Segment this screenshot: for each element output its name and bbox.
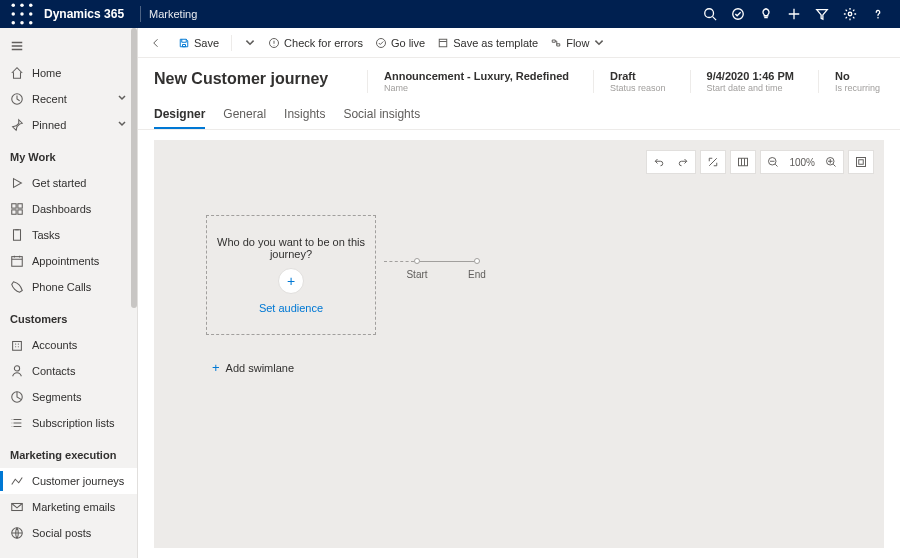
check-errors-label: Check for errors xyxy=(284,37,363,49)
journey-icon xyxy=(10,474,24,488)
help-icon[interactable] xyxy=(864,0,892,28)
flow-connector-dashed xyxy=(384,261,414,262)
lightbulb-icon[interactable] xyxy=(752,0,780,28)
save-menu-button[interactable] xyxy=(244,37,256,49)
flow-end-node[interactable]: End xyxy=(474,258,480,264)
expand-button[interactable] xyxy=(701,150,725,174)
sidebar-item-contacts[interactable]: Contacts xyxy=(0,358,137,384)
add-swimlane-button[interactable]: + Add swimlane xyxy=(212,360,294,375)
header-field-value: 9/4/2020 1:46 PM xyxy=(707,70,794,82)
plus-icon: + xyxy=(212,360,220,375)
save-button[interactable]: Save xyxy=(178,37,219,49)
sidebar-item-label: Phone Calls xyxy=(32,281,91,293)
filter-icon[interactable] xyxy=(808,0,836,28)
sidebar-item-label: Home xyxy=(32,67,61,79)
undo-button[interactable] xyxy=(647,150,671,174)
zoom-level[interactable]: 100% xyxy=(785,150,819,174)
check-errors-button[interactable]: Check for errors xyxy=(268,37,363,49)
task-check-icon[interactable] xyxy=(724,0,752,28)
journey-flow: Start End xyxy=(384,258,480,264)
svg-point-25 xyxy=(376,38,385,47)
collapse-sidebar-button[interactable] xyxy=(0,32,137,60)
audience-prompt: Who do you want to be on this journey? xyxy=(215,236,367,260)
sidebar-item-label: Tasks xyxy=(32,229,60,241)
svg-point-5 xyxy=(29,12,33,16)
designer-canvas[interactable]: 100% Who do you want to be on this journ… xyxy=(154,140,884,548)
person-icon xyxy=(10,364,24,378)
sidebar-item-segments[interactable]: Segments xyxy=(0,384,137,410)
sidebar-item-social-posts[interactable]: Social posts xyxy=(0,520,137,546)
flow-button[interactable]: Flow xyxy=(550,37,605,49)
sidebar-item-recent[interactable]: Recent xyxy=(0,86,137,112)
svg-point-7 xyxy=(20,21,24,25)
tab-designer[interactable]: Designer xyxy=(154,101,205,129)
svg-point-1 xyxy=(20,4,24,8)
mail-icon xyxy=(10,500,24,514)
back-button[interactable] xyxy=(146,37,166,49)
tab-social-insights[interactable]: Social insights xyxy=(343,101,420,129)
save-template-label: Save as template xyxy=(453,37,538,49)
zoom-in-button[interactable] xyxy=(819,150,843,174)
sidebar-heading-marketing-execution: Marketing execution xyxy=(0,442,137,468)
sidebar-item-customer-journeys[interactable]: Customer journeys xyxy=(0,468,137,494)
svg-rect-13 xyxy=(12,204,16,208)
chevron-down-icon xyxy=(117,93,127,105)
page-header: New Customer journey Announcement - Luxu… xyxy=(138,58,900,101)
sidebar-item-label: Customer journeys xyxy=(32,475,124,487)
add-audience-button[interactable]: + xyxy=(278,268,304,294)
tab-row: Designer General Insights Social insight… xyxy=(138,101,900,130)
flow-start-node[interactable]: Start xyxy=(414,258,420,264)
sidebar-item-pinned[interactable]: Pinned xyxy=(0,112,137,138)
clipboard-icon xyxy=(10,228,24,242)
app-launcher-button[interactable] xyxy=(8,0,36,28)
zoom-out-button[interactable] xyxy=(761,150,785,174)
header-field-value: No xyxy=(835,70,880,82)
sidebar-item-label: Pinned xyxy=(32,119,66,131)
audience-placeholder: Who do you want to be on this journey? +… xyxy=(206,215,376,335)
tab-general[interactable]: General xyxy=(223,101,266,129)
sidebar-item-label: Subscription lists xyxy=(32,417,115,429)
header-field-name: Announcement - Luxury, Redefined Name xyxy=(367,70,573,93)
svg-point-20 xyxy=(14,366,19,371)
sidebar-item-marketing-emails[interactable]: Marketing emails xyxy=(0,494,137,520)
save-label: Save xyxy=(194,37,219,49)
area-label: Marketing xyxy=(149,8,197,20)
fit-button[interactable] xyxy=(849,150,873,174)
sidebar-item-get-started[interactable]: Get started xyxy=(0,170,137,196)
gear-icon[interactable] xyxy=(836,0,864,28)
svg-rect-26 xyxy=(439,39,447,47)
sidebar-item-appointments[interactable]: Appointments xyxy=(0,248,137,274)
sidebar-scrollbar[interactable] xyxy=(131,28,137,308)
tab-insights[interactable]: Insights xyxy=(284,101,325,129)
sidebar-item-subscription-lists[interactable]: Subscription lists xyxy=(0,410,137,436)
add-icon[interactable] xyxy=(780,0,808,28)
svg-rect-27 xyxy=(739,158,748,166)
phone-icon xyxy=(10,280,24,294)
sidebar-item-label: Marketing emails xyxy=(32,501,115,513)
search-icon[interactable] xyxy=(696,0,724,28)
header-field-label: Status reason xyxy=(610,83,666,93)
sidebar-item-accounts[interactable]: Accounts xyxy=(0,332,137,358)
sidebar-item-label: Accounts xyxy=(32,339,77,351)
clock-icon xyxy=(10,92,24,106)
header-field-status: Draft Status reason xyxy=(593,70,670,93)
sidebar-item-dashboards[interactable]: Dashboards xyxy=(0,196,137,222)
svg-rect-18 xyxy=(12,257,23,267)
sidebar-item-label: Appointments xyxy=(32,255,99,267)
sidebar-item-home[interactable]: Home xyxy=(0,60,137,86)
go-live-button[interactable]: Go live xyxy=(375,37,425,49)
redo-button[interactable] xyxy=(671,150,695,174)
sidebar-heading-label: Customers xyxy=(10,313,67,325)
flow-start-label: Start xyxy=(406,269,427,280)
sidebar-item-tasks[interactable]: Tasks xyxy=(0,222,137,248)
sidebar-item-label: Get started xyxy=(32,177,86,189)
svg-point-4 xyxy=(20,12,24,16)
command-bar: Save Check for errors Go live Save as te… xyxy=(138,28,900,58)
save-template-button[interactable]: Save as template xyxy=(437,37,538,49)
building-icon xyxy=(10,338,24,352)
svg-rect-17 xyxy=(14,230,21,241)
minimap-button[interactable] xyxy=(731,150,755,174)
svg-rect-31 xyxy=(859,160,864,165)
set-audience-link[interactable]: Set audience xyxy=(259,302,323,314)
sidebar-item-phone-calls[interactable]: Phone Calls xyxy=(0,274,137,300)
